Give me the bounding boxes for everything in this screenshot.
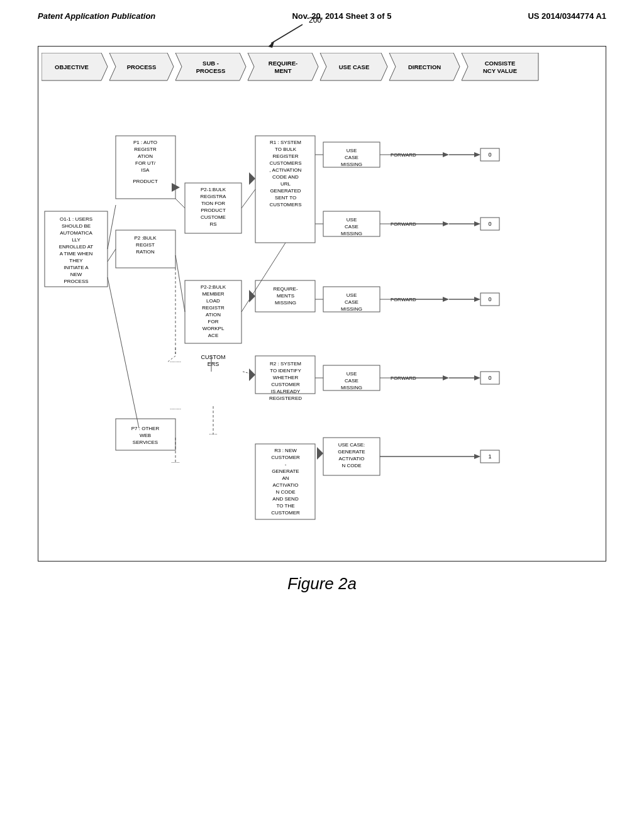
svg-marker-124 [317, 447, 323, 460]
svg-marker-141 [443, 297, 449, 302]
svg-text:LOAD: LOAD [206, 298, 220, 304]
svg-text:REGISTR: REGISTR [202, 305, 225, 311]
svg-line-1 [271, 25, 303, 43]
svg-text:ACE: ACE [208, 333, 218, 338]
svg-text:USE: USE [347, 292, 357, 298]
svg-text:GENERATE: GENERATE [272, 468, 299, 474]
svg-text:N CODE: N CODE [275, 489, 295, 495]
main-diagram: O1-1 : USERS SHOULD BE AUTOMATICA LLY EN… [42, 86, 595, 551]
svg-text:CONSISTE: CONSISTE [485, 60, 516, 67]
svg-text:CUSTOMER: CUSTOMER [271, 510, 300, 516]
svg-text:USE CASE:: USE CASE: [338, 442, 365, 448]
svg-text:CUSTOMERS: CUSTOMERS [270, 202, 302, 208]
svg-text:SHOULD BE: SHOULD BE [62, 223, 91, 229]
svg-text:O1-1 : USERS: O1-1 : USERS [60, 216, 92, 222]
svg-text:USE: USE [347, 217, 357, 223]
svg-text:......: ...... [171, 458, 179, 464]
svg-text:AN: AN [282, 475, 289, 481]
svg-text:CUSTOMERS: CUSTOMERS [270, 160, 302, 166]
svg-text:PROCESS: PROCESS [127, 64, 156, 70]
svg-text:MENT: MENT [275, 67, 292, 74]
svg-text:P2-2:BULK: P2-2:BULK [201, 284, 226, 290]
svg-text:REGIST: REGIST [136, 242, 155, 248]
header-left: Patent Application Publication [38, 11, 155, 21]
svg-text:P7 : OTHER: P7 : OTHER [131, 426, 160, 431]
svg-line-160 [175, 255, 185, 312]
svg-text:ATION: ATION [206, 312, 221, 318]
svg-text:WHETHER: WHETHER [273, 375, 299, 380]
svg-text:PRODUCT: PRODUCT [201, 208, 226, 213]
svg-marker-129 [474, 152, 480, 157]
svg-text:SERVICES: SERVICES [133, 440, 158, 445]
svg-text:0: 0 [488, 296, 491, 302]
svg-text:FOR UT/: FOR UT/ [135, 160, 156, 166]
svg-text:CASE: CASE [345, 378, 358, 384]
svg-line-163 [242, 189, 255, 208]
svg-text:OBJECTIVE: OBJECTIVE [55, 64, 89, 70]
svg-text:........: ........ [170, 405, 181, 411]
svg-text:REGISTRA: REGISTRA [201, 194, 227, 199]
svg-text:A TIME WHEN: A TIME WHEN [60, 251, 93, 257]
headers-row: OBJECTIVE PROCESS SUB - PROCESS REQUIRE-… [42, 53, 595, 81]
svg-text:TO IDENTIFY: TO IDENTIFY [270, 368, 301, 374]
svg-text:USE: USE [347, 148, 357, 153]
svg-text:, ACTIVATION: , ACTIVATION [270, 167, 302, 173]
diagram-container: 200 OBJECTIVE PROCESS SUB - PROCESS REQU… [38, 46, 606, 562]
svg-text:P1 : AUTO: P1 : AUTO [133, 140, 157, 145]
svg-text:MISSING: MISSING [341, 162, 362, 167]
svg-text:ENROLLED AT: ENROLLED AT [59, 244, 94, 250]
svg-text:MISSING: MISSING [275, 300, 296, 306]
svg-marker-7 [175, 53, 246, 80]
svg-text:AUTOMATICA: AUTOMATICA [60, 230, 92, 236]
svg-text:CASE: CASE [345, 299, 358, 305]
svg-text:NCY VALUE: NCY VALUE [483, 67, 517, 74]
svg-line-158 [108, 249, 116, 262]
svg-text:N CODE: N CODE [341, 463, 361, 468]
ref-number-arrow: 200 [233, 15, 359, 50]
svg-text:WEB: WEB [140, 433, 151, 438]
svg-text:NEW: NEW [70, 272, 82, 277]
svg-text:MISSING: MISSING [341, 385, 362, 390]
svg-text:PROCESS: PROCESS [64, 279, 88, 284]
svg-text:-: - [285, 462, 287, 467]
svg-text:DIRECTION: DIRECTION [408, 64, 441, 70]
figure-caption: Figure 2a [0, 574, 644, 594]
svg-text:REGISTER: REGISTER [273, 153, 299, 159]
svg-marker-154 [474, 454, 480, 459]
svg-marker-148 [443, 375, 449, 380]
svg-text:1: 1 [488, 453, 491, 460]
svg-text:SENT TO: SENT TO [275, 195, 296, 201]
svg-text:REQUIRE-: REQUIRE- [273, 286, 297, 292]
svg-text:........: ........ [170, 358, 181, 363]
svg-text:FOR: FOR [208, 319, 219, 324]
svg-text:USE: USE [347, 371, 357, 377]
svg-text:CUSTOMER: CUSTOMER [271, 382, 300, 387]
svg-text:RS: RS [209, 221, 216, 227]
svg-text:R2 : SYSTEM: R2 : SYSTEM [270, 361, 301, 367]
svg-text:USE CASE: USE CASE [339, 64, 370, 70]
svg-marker-134 [443, 221, 449, 226]
svg-text:LLY: LLY [72, 237, 80, 243]
svg-text:R3 : NEW: R3 : NEW [274, 448, 297, 453]
svg-text:0: 0 [488, 152, 491, 158]
svg-text:CODE AND: CODE AND [272, 174, 299, 180]
svg-text:ACTIVATIO: ACTIVATIO [338, 456, 364, 462]
svg-text:MENTS: MENTS [277, 293, 294, 299]
svg-text:200: 200 [309, 16, 321, 25]
svg-marker-17 [462, 53, 538, 80]
svg-marker-143 [474, 297, 480, 302]
svg-text:SUB -: SUB - [203, 60, 219, 67]
svg-text:IS ALREADY: IS ALREADY [271, 389, 301, 394]
svg-marker-78 [249, 172, 255, 185]
svg-marker-150 [474, 375, 480, 380]
svg-text:MEMBER: MEMBER [202, 291, 224, 297]
svg-marker-91 [249, 368, 255, 381]
svg-marker-136 [474, 221, 480, 226]
svg-line-179 [108, 277, 139, 428]
svg-marker-2 [268, 42, 274, 48]
svg-text:URL: URL [280, 181, 291, 187]
svg-text:CASE: CASE [345, 155, 358, 160]
svg-text:ISA: ISA [142, 167, 150, 173]
svg-text:ATION: ATION [138, 153, 153, 159]
svg-text:ERS: ERS [208, 361, 219, 367]
